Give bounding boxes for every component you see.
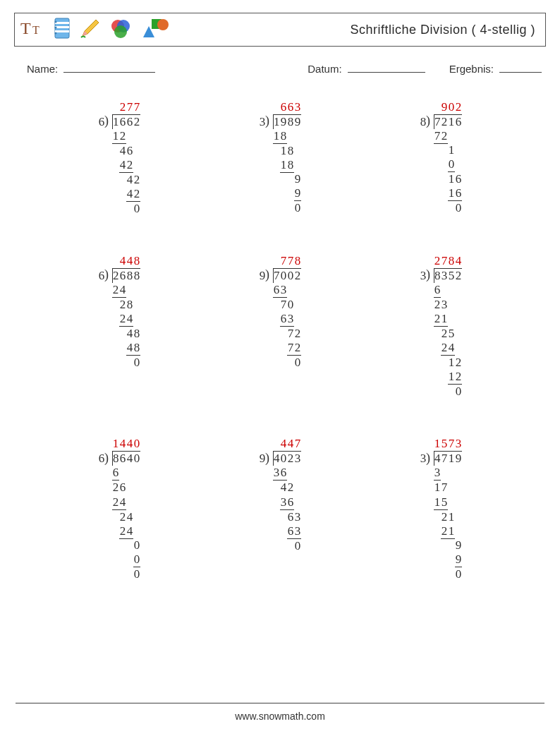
svg-rect-3 (55, 22, 69, 24)
division-problem: 4486268824282448480 (42, 254, 196, 399)
svg-rect-4 (55, 26, 69, 28)
long-division: 90287216721016160 (420, 100, 462, 216)
svg-point-8 (55, 32, 57, 35)
toolbar-icons: T T (20, 18, 169, 42)
division-problem: 27843835262321252412120 (364, 254, 518, 399)
long-division: 157334719317152121990 (420, 437, 462, 581)
division-problem: 2776166212464242420 (42, 100, 196, 216)
name-label: Name: (27, 63, 58, 75)
problems-grid: 2776166212464242420663319891818189909028… (14, 100, 546, 582)
pencil-icon[interactable] (80, 18, 101, 42)
long-division: 4479402336423663630 (259, 437, 301, 581)
page-title: Schriftliche Division ( 4-stellig ) (350, 23, 535, 37)
footer-text: www.snowmath.com (235, 711, 325, 722)
date-label: Datum: (308, 63, 341, 75)
meta-row: Name: Datum: Ergebnis: (14, 61, 546, 75)
date-blank[interactable] (348, 61, 425, 73)
footer: www.snowmath.com (0, 703, 560, 722)
header-bar: T T (14, 13, 546, 47)
palette-icon[interactable] (109, 18, 132, 42)
worksheet-page: T T (0, 0, 560, 743)
division-problem: 157334719317152121990 (364, 437, 518, 581)
svg-text:T: T (32, 24, 39, 36)
notebook-icon[interactable] (53, 18, 71, 42)
division-problem: 66331989181818990 (203, 100, 357, 216)
division-problem: 4479402336423663630 (203, 437, 357, 581)
long-division: 2776166212464242420 (98, 100, 140, 216)
long-division: 7789700263706372720 (259, 254, 301, 399)
long-division: 144068640626242424000 (98, 437, 140, 581)
result-label: Ergebnis: (449, 63, 494, 75)
long-division: 27843835262321252412120 (420, 254, 462, 399)
svg-point-6 (55, 21, 57, 23)
division-problem: 144068640626242424000 (42, 437, 196, 581)
name-blank[interactable] (63, 61, 155, 73)
shapes-icon[interactable] (140, 18, 169, 42)
division-problem: 90287216721016160 (364, 100, 518, 216)
svg-point-15 (157, 19, 169, 30)
svg-text:T: T (20, 19, 31, 37)
text-icon[interactable]: T T (20, 18, 44, 41)
svg-rect-5 (55, 30, 69, 32)
svg-point-7 (55, 27, 57, 29)
svg-point-13 (114, 25, 127, 38)
division-problem: 7789700263706372720 (203, 254, 357, 399)
result-blank[interactable] (499, 61, 542, 73)
long-division: 4486268824282448480 (98, 254, 140, 399)
long-division: 66331989181818990 (259, 100, 301, 216)
